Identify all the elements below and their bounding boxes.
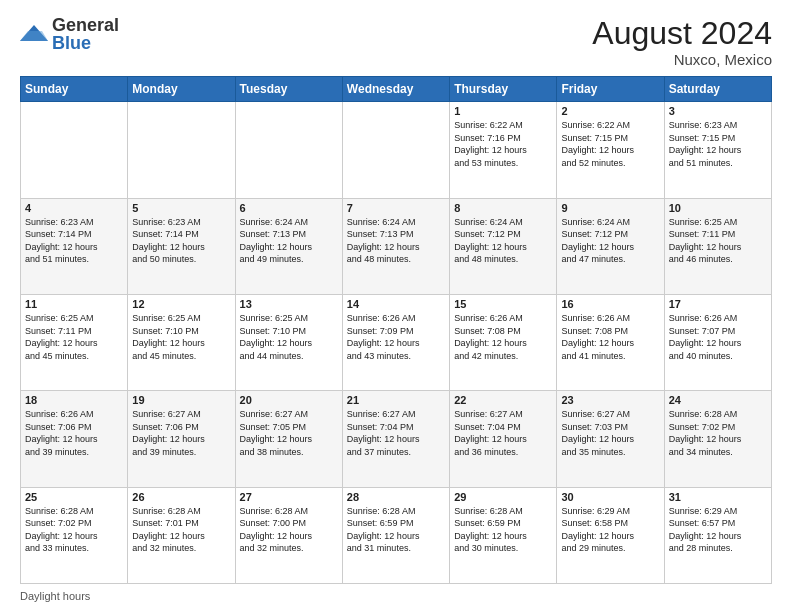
day-info: Sunrise: 6:27 AM Sunset: 7:05 PM Dayligh… bbox=[240, 408, 338, 458]
day-info: Sunrise: 6:28 AM Sunset: 6:59 PM Dayligh… bbox=[454, 505, 552, 555]
calendar-cell bbox=[21, 102, 128, 198]
day-number: 10 bbox=[669, 202, 767, 214]
day-info: Sunrise: 6:26 AM Sunset: 7:08 PM Dayligh… bbox=[561, 312, 659, 362]
col-header-thursday: Thursday bbox=[450, 77, 557, 102]
day-number: 5 bbox=[132, 202, 230, 214]
col-header-saturday: Saturday bbox=[664, 77, 771, 102]
title-block: August 2024 Nuxco, Mexico bbox=[592, 16, 772, 68]
calendar-cell: 24Sunrise: 6:28 AM Sunset: 7:02 PM Dayli… bbox=[664, 391, 771, 487]
day-number: 4 bbox=[25, 202, 123, 214]
day-number: 12 bbox=[132, 298, 230, 310]
day-number: 1 bbox=[454, 105, 552, 117]
day-number: 20 bbox=[240, 394, 338, 406]
day-info: Sunrise: 6:27 AM Sunset: 7:04 PM Dayligh… bbox=[347, 408, 445, 458]
calendar-week-row: 1Sunrise: 6:22 AM Sunset: 7:16 PM Daylig… bbox=[21, 102, 772, 198]
calendar-cell: 21Sunrise: 6:27 AM Sunset: 7:04 PM Dayli… bbox=[342, 391, 449, 487]
calendar-cell: 26Sunrise: 6:28 AM Sunset: 7:01 PM Dayli… bbox=[128, 487, 235, 583]
logo-blue: Blue bbox=[52, 34, 119, 52]
calendar-cell: 4Sunrise: 6:23 AM Sunset: 7:14 PM Daylig… bbox=[21, 198, 128, 294]
day-number: 17 bbox=[669, 298, 767, 310]
calendar-week-row: 18Sunrise: 6:26 AM Sunset: 7:06 PM Dayli… bbox=[21, 391, 772, 487]
calendar-cell: 30Sunrise: 6:29 AM Sunset: 6:58 PM Dayli… bbox=[557, 487, 664, 583]
calendar-cell bbox=[235, 102, 342, 198]
day-info: Sunrise: 6:28 AM Sunset: 7:02 PM Dayligh… bbox=[25, 505, 123, 555]
header: General Blue August 2024 Nuxco, Mexico bbox=[20, 16, 772, 68]
day-info: Sunrise: 6:27 AM Sunset: 7:06 PM Dayligh… bbox=[132, 408, 230, 458]
day-number: 18 bbox=[25, 394, 123, 406]
logo-text: General Blue bbox=[52, 16, 119, 52]
col-header-tuesday: Tuesday bbox=[235, 77, 342, 102]
calendar-cell: 11Sunrise: 6:25 AM Sunset: 7:11 PM Dayli… bbox=[21, 294, 128, 390]
calendar-cell: 6Sunrise: 6:24 AM Sunset: 7:13 PM Daylig… bbox=[235, 198, 342, 294]
calendar-cell: 19Sunrise: 6:27 AM Sunset: 7:06 PM Dayli… bbox=[128, 391, 235, 487]
calendar-cell: 14Sunrise: 6:26 AM Sunset: 7:09 PM Dayli… bbox=[342, 294, 449, 390]
calendar-cell: 22Sunrise: 6:27 AM Sunset: 7:04 PM Dayli… bbox=[450, 391, 557, 487]
day-number: 23 bbox=[561, 394, 659, 406]
day-info: Sunrise: 6:22 AM Sunset: 7:16 PM Dayligh… bbox=[454, 119, 552, 169]
day-info: Sunrise: 6:24 AM Sunset: 7:13 PM Dayligh… bbox=[240, 216, 338, 266]
day-info: Sunrise: 6:26 AM Sunset: 7:07 PM Dayligh… bbox=[669, 312, 767, 362]
calendar-week-row: 25Sunrise: 6:28 AM Sunset: 7:02 PM Dayli… bbox=[21, 487, 772, 583]
day-number: 6 bbox=[240, 202, 338, 214]
calendar-cell: 15Sunrise: 6:26 AM Sunset: 7:08 PM Dayli… bbox=[450, 294, 557, 390]
day-number: 15 bbox=[454, 298, 552, 310]
page: General Blue August 2024 Nuxco, Mexico S… bbox=[0, 0, 792, 612]
logo-icon bbox=[20, 23, 48, 45]
calendar-table: SundayMondayTuesdayWednesdayThursdayFrid… bbox=[20, 76, 772, 584]
calendar-cell: 13Sunrise: 6:25 AM Sunset: 7:10 PM Dayli… bbox=[235, 294, 342, 390]
day-number: 29 bbox=[454, 491, 552, 503]
footer: Daylight hours bbox=[20, 590, 772, 602]
day-info: Sunrise: 6:27 AM Sunset: 7:03 PM Dayligh… bbox=[561, 408, 659, 458]
day-info: Sunrise: 6:25 AM Sunset: 7:11 PM Dayligh… bbox=[25, 312, 123, 362]
day-info: Sunrise: 6:27 AM Sunset: 7:04 PM Dayligh… bbox=[454, 408, 552, 458]
calendar-cell: 3Sunrise: 6:23 AM Sunset: 7:15 PM Daylig… bbox=[664, 102, 771, 198]
day-number: 13 bbox=[240, 298, 338, 310]
day-number: 31 bbox=[669, 491, 767, 503]
day-number: 3 bbox=[669, 105, 767, 117]
day-info: Sunrise: 6:23 AM Sunset: 7:14 PM Dayligh… bbox=[25, 216, 123, 266]
page-title: August 2024 bbox=[592, 16, 772, 51]
calendar-cell: 29Sunrise: 6:28 AM Sunset: 6:59 PM Dayli… bbox=[450, 487, 557, 583]
logo: General Blue bbox=[20, 16, 119, 52]
col-header-sunday: Sunday bbox=[21, 77, 128, 102]
calendar-cell: 27Sunrise: 6:28 AM Sunset: 7:00 PM Dayli… bbox=[235, 487, 342, 583]
calendar-cell: 7Sunrise: 6:24 AM Sunset: 7:13 PM Daylig… bbox=[342, 198, 449, 294]
col-header-friday: Friday bbox=[557, 77, 664, 102]
day-number: 26 bbox=[132, 491, 230, 503]
calendar-cell: 16Sunrise: 6:26 AM Sunset: 7:08 PM Dayli… bbox=[557, 294, 664, 390]
day-info: Sunrise: 6:28 AM Sunset: 7:02 PM Dayligh… bbox=[669, 408, 767, 458]
day-info: Sunrise: 6:28 AM Sunset: 7:01 PM Dayligh… bbox=[132, 505, 230, 555]
day-info: Sunrise: 6:26 AM Sunset: 7:08 PM Dayligh… bbox=[454, 312, 552, 362]
calendar-header: SundayMondayTuesdayWednesdayThursdayFrid… bbox=[21, 77, 772, 102]
day-number: 30 bbox=[561, 491, 659, 503]
day-info: Sunrise: 6:25 AM Sunset: 7:10 PM Dayligh… bbox=[132, 312, 230, 362]
day-info: Sunrise: 6:24 AM Sunset: 7:12 PM Dayligh… bbox=[454, 216, 552, 266]
calendar-cell: 12Sunrise: 6:25 AM Sunset: 7:10 PM Dayli… bbox=[128, 294, 235, 390]
col-header-monday: Monday bbox=[128, 77, 235, 102]
col-header-wednesday: Wednesday bbox=[342, 77, 449, 102]
calendar-cell: 2Sunrise: 6:22 AM Sunset: 7:15 PM Daylig… bbox=[557, 102, 664, 198]
day-number: 2 bbox=[561, 105, 659, 117]
calendar-cell: 9Sunrise: 6:24 AM Sunset: 7:12 PM Daylig… bbox=[557, 198, 664, 294]
day-info: Sunrise: 6:24 AM Sunset: 7:12 PM Dayligh… bbox=[561, 216, 659, 266]
day-number: 8 bbox=[454, 202, 552, 214]
day-info: Sunrise: 6:29 AM Sunset: 6:57 PM Dayligh… bbox=[669, 505, 767, 555]
calendar-cell: 10Sunrise: 6:25 AM Sunset: 7:11 PM Dayli… bbox=[664, 198, 771, 294]
day-info: Sunrise: 6:29 AM Sunset: 6:58 PM Dayligh… bbox=[561, 505, 659, 555]
day-number: 9 bbox=[561, 202, 659, 214]
day-info: Sunrise: 6:25 AM Sunset: 7:11 PM Dayligh… bbox=[669, 216, 767, 266]
day-number: 22 bbox=[454, 394, 552, 406]
logo-general: General bbox=[52, 16, 119, 34]
day-number: 14 bbox=[347, 298, 445, 310]
day-number: 21 bbox=[347, 394, 445, 406]
day-info: Sunrise: 6:23 AM Sunset: 7:15 PM Dayligh… bbox=[669, 119, 767, 169]
calendar-cell: 20Sunrise: 6:27 AM Sunset: 7:05 PM Dayli… bbox=[235, 391, 342, 487]
day-info: Sunrise: 6:24 AM Sunset: 7:13 PM Dayligh… bbox=[347, 216, 445, 266]
calendar-cell: 1Sunrise: 6:22 AM Sunset: 7:16 PM Daylig… bbox=[450, 102, 557, 198]
day-info: Sunrise: 6:28 AM Sunset: 7:00 PM Dayligh… bbox=[240, 505, 338, 555]
day-number: 11 bbox=[25, 298, 123, 310]
calendar-body: 1Sunrise: 6:22 AM Sunset: 7:16 PM Daylig… bbox=[21, 102, 772, 584]
day-number: 27 bbox=[240, 491, 338, 503]
day-number: 25 bbox=[25, 491, 123, 503]
day-info: Sunrise: 6:26 AM Sunset: 7:09 PM Dayligh… bbox=[347, 312, 445, 362]
